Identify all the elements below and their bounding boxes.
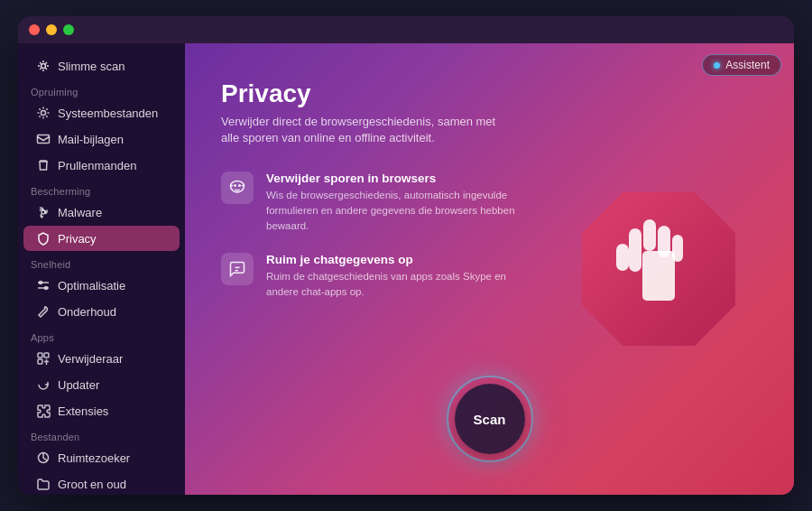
section-label-snelheid: Snelheid xyxy=(18,252,185,272)
mask-icon xyxy=(228,179,246,197)
sidebar-item-label: Groot en oud xyxy=(58,478,126,491)
svg-point-0 xyxy=(42,64,46,69)
sidebar-item-slimme-scan[interactable]: Slimme scan xyxy=(23,53,180,79)
mail-icon xyxy=(36,132,51,146)
svg-rect-19 xyxy=(658,226,670,257)
sidebar-item-label: Onderhoud xyxy=(58,305,116,319)
svg-point-1 xyxy=(42,111,46,116)
app-content: Slimme scan Opruiming Systeembestanden xyxy=(18,43,794,495)
section-label-opruiming: Opruiming xyxy=(18,79,185,99)
title-bar xyxy=(18,16,794,43)
feature-item-chat: Ruim je chatgegevens op Ruim de chatgesc… xyxy=(221,253,528,299)
assistant-badge[interactable]: Assistent xyxy=(702,54,781,76)
mask-icon-wrap xyxy=(221,172,254,204)
sidebar-item-label: Malware xyxy=(58,206,102,219)
shield-icon xyxy=(36,231,51,246)
chat-icon-wrap xyxy=(221,253,254,285)
sidebar-item-updater[interactable]: Updater xyxy=(23,372,180,397)
sliders-icon xyxy=(36,278,51,293)
sidebar-item-label: Systeembestanden xyxy=(58,107,158,120)
svg-rect-18 xyxy=(643,219,656,251)
puzzle-icon xyxy=(36,404,51,418)
scan-button[interactable]: Scan xyxy=(455,384,525,454)
svg-rect-2 xyxy=(38,135,50,144)
sidebar-item-ruimtezoeker[interactable]: Ruimtezoeker xyxy=(23,445,180,470)
page-subtitle: Verwijder direct de browsergeschiedenis,… xyxy=(221,114,510,146)
svg-rect-7 xyxy=(44,353,49,358)
section-label-apps: Apps xyxy=(18,325,185,345)
feature-title-chat: Ruim je chatgegevens op xyxy=(266,253,528,266)
sidebar: Slimme scan Opruiming Systeembestanden xyxy=(18,43,185,495)
sidebar-item-verwijderaar[interactable]: Verwijderaar xyxy=(23,346,180,371)
app-window: Slimme scan Opruiming Systeembestanden xyxy=(18,16,794,495)
sparkle-icon xyxy=(36,59,51,73)
sidebar-item-label: Optimalisatie xyxy=(58,279,125,293)
sidebar-item-extensies[interactable]: Extensies xyxy=(23,398,180,423)
sidebar-item-label: Verwijderaar xyxy=(58,352,123,366)
apps-icon xyxy=(36,351,51,366)
svg-rect-17 xyxy=(629,228,641,272)
close-button[interactable] xyxy=(29,24,40,35)
feature-text-browsers: Verwijder sporen in browsers Wis de brow… xyxy=(266,172,528,233)
chat-icon xyxy=(228,260,246,278)
biohazard-icon xyxy=(36,205,51,219)
assistant-label: Assistent xyxy=(725,59,770,71)
sidebar-item-prullenmanden[interactable]: Prullenmanden xyxy=(23,153,180,178)
sidebar-item-optimalisatie[interactable]: Optimalisatie xyxy=(23,273,180,298)
sidebar-item-onderhoud[interactable]: Onderhoud xyxy=(23,299,180,324)
svg-rect-16 xyxy=(642,251,675,301)
svg-rect-6 xyxy=(38,353,42,358)
section-label-bescherming: Bescherming xyxy=(18,179,185,199)
sidebar-item-label: Mail-bijlagen xyxy=(58,133,124,146)
feature-title-browsers: Verwijder sporen in browsers xyxy=(266,172,528,185)
pie-icon xyxy=(36,451,51,465)
refresh-icon xyxy=(36,377,51,392)
sidebar-item-label: Extensies xyxy=(58,404,108,418)
maximize-button[interactable] xyxy=(63,24,74,35)
sidebar-item-label: Prullenmanden xyxy=(58,159,136,172)
privacy-hand-icon xyxy=(568,179,749,359)
main-content: Assistent Privacy Verwijder direct de br… xyxy=(185,43,794,495)
folder-icon xyxy=(36,477,51,491)
page-title: Privacy xyxy=(221,79,758,108)
svg-rect-21 xyxy=(616,244,629,271)
sidebar-item-label: Slimme scan xyxy=(58,60,125,73)
sidebar-item-malware[interactable]: Malware xyxy=(23,200,180,225)
section-label-bestanden: Bestanden xyxy=(18,424,185,444)
assistant-status-dot xyxy=(714,62,720,69)
svg-rect-20 xyxy=(672,235,683,262)
svg-rect-8 xyxy=(38,359,42,364)
sidebar-item-label: Privacy xyxy=(58,232,97,246)
sidebar-item-label: Updater xyxy=(58,378,99,392)
feature-desc-browsers: Wis de browsergeschiedenis, automatisch … xyxy=(266,188,528,233)
sidebar-item-privacy[interactable]: Privacy xyxy=(23,226,180,251)
sidebar-item-groot-en-oud[interactable]: Groot en oud xyxy=(23,471,180,495)
scan-button-wrap: Scan xyxy=(447,376,533,462)
sidebar-item-label: Ruimtezoeker xyxy=(58,451,130,465)
sidebar-item-systeembestanden[interactable]: Systeembestanden xyxy=(23,100,180,125)
feature-text-chat: Ruim je chatgegevens op Ruim de chatgesc… xyxy=(266,253,528,299)
wrench-icon xyxy=(36,304,51,319)
feature-item-browsers: Verwijder sporen in browsers Wis de brow… xyxy=(221,172,528,233)
sidebar-item-mail-bijlagen[interactable]: Mail-bijlagen xyxy=(23,126,180,152)
scan-button-outer-ring: Scan xyxy=(447,376,533,462)
gear-icon xyxy=(36,106,51,120)
feature-desc-chat: Ruim de chatgeschiedenis van apps zoals … xyxy=(266,269,528,299)
trash-icon xyxy=(36,158,51,172)
minimize-button[interactable] xyxy=(46,24,57,35)
